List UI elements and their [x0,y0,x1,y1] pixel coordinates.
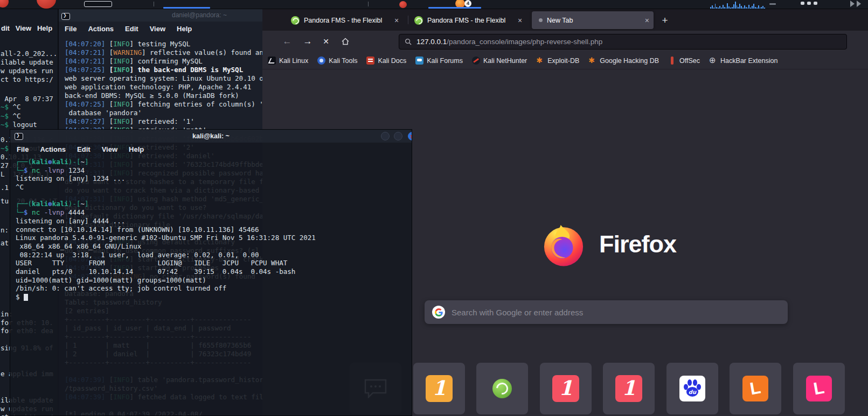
shortcut-10-129-196-4[interactable]: 1 10.129.196.4 [603,363,655,416]
foreground-terminal-window[interactable]: kali@kali: ~ FileActionsEditViewHelp ┌──… [10,129,412,416]
maximize-button[interactable] [394,132,402,140]
bookmark-offsec[interactable]: OffSec [668,57,700,65]
pandora-favicon [414,16,423,25]
panel-app-icon-red-small[interactable] [399,1,407,8]
tab-pandora-fms-2[interactable]: Pandora FMS - the Flexibl × [409,11,531,29]
google-icon [432,306,445,319]
tab-label: Pandora FMS - the Flexibl [304,17,389,24]
pandora-fms-icon [492,379,512,398]
search-icon [405,38,412,45]
background-terminal-titlebar[interactable]: daniel@pandora: ~ [59,9,262,22]
panel-indicator-dot [801,2,804,5]
tab-close-icon[interactable]: × [518,17,522,24]
shortcut-localhost[interactable]: L localhost [730,363,781,416]
terminal-line: [04:07:21] [WARNING] reflective value(s)… [65,48,262,57]
panel-separator [154,2,154,6]
tab-close-icon[interactable]: × [394,17,399,24]
kali-forums-icon [415,57,423,65]
menu-item-file[interactable]: File [17,145,29,153]
bookmark-exploit-db[interactable]: Exploit-DB [536,57,579,65]
terminal-line: listening on [any] 4444 ... [16,217,412,225]
menu-item-actions[interactable]: Actions [40,145,66,153]
foreground-terminal-output: ┌──(kali⊛kali)-[~]└─$ nc -lvnp 1234liste… [10,156,412,301]
left-window-menubar-fragment: dit View Help [1,24,52,32]
terminal-line: x86_64 x86_64 x86_64 GNU/Linux [16,242,412,251]
menu-item-file[interactable]: File [65,25,77,33]
bookmark-kali-tools[interactable]: Kali Tools [317,57,357,65]
terminal-line: ┌──(kali⊛kali)-[~] [16,200,412,208]
bookmark-label: Kali Tools [329,57,357,65]
search-input[interactable] [452,308,788,317]
new-tab-button[interactable]: + [658,14,671,27]
tab-new-tab[interactable]: New Tab × [532,11,654,29]
bookmark-label: Kali Forums [427,57,463,65]
menu-item-edit[interactable]: Edit [77,145,91,153]
background-terminal-title: daniel@pandora: ~ [172,11,227,19]
shortcut-link-zhihu[interactable]: L link.zhihu [793,363,845,416]
panel-indicator-dot [807,2,811,5]
bookmark-label: HackBar Extension [720,57,777,65]
bookmark-kali-docs[interactable]: Kali Docs [366,57,406,65]
bookmark-kali-linux[interactable]: Kali Linux [268,57,308,65]
text-fragment: w updates run [1,67,53,75]
bookmark-hackbar[interactable]: HackBar Extension [709,57,777,65]
bookmark-label: Google Hacking DB [600,57,659,65]
back-button[interactable]: ← [280,34,294,48]
kali-docs-icon [366,57,374,65]
firefox-wordmark: Firefox [599,230,676,258]
stop-button[interactable]: ✕ [319,34,333,48]
panel-terminal-icon[interactable] [84,1,112,7]
pandora-favicon [291,16,300,25]
shortcut-baidu[interactable]: du baidu [666,363,718,416]
menu-item-help[interactable]: Help [177,25,192,33]
firefox-logo-icon [540,221,587,268]
panel-app-icon-red-large[interactable] [37,0,56,9]
firefox-tab-count-badge: 4 [464,0,471,7]
shortcut-127-0-0-1[interactable]: 127.0.0.1 [476,363,528,416]
bookmark-label: Kali Linux [279,57,308,65]
svg-text:du: du [689,389,697,395]
tab-label: Pandora FMS - the Flexibl [427,17,512,24]
terminal-line: Linux pandora 5.4.0-91-generic #102-Ubun… [16,234,412,242]
terminal-app-icon [61,13,70,20]
terminal-line: daniel pts/0 10.10.14.14 07:42 39:15 0.0… [16,267,412,276]
top-panel[interactable]: 4 [0,0,868,9]
firefox-tab-bar: Pandora FMS - the Flexibl × Pandora FMS … [262,9,868,31]
background-terminal-menubar[interactable]: FileActionsEditViewHelp [59,22,262,36]
url-path: /pandora_console/images/php-reverse-shel… [447,38,602,46]
bookmark-kali-nethunter[interactable]: Kali NetHunter [472,57,527,65]
menu-item-edit[interactable]: Edit [125,25,138,33]
bookmark-label: OffSec [679,57,700,65]
url-bar[interactable]: 127.0.0.1/pandora_console/images/php-rev… [399,34,847,50]
panel-separator [368,2,369,6]
shortcut-10-129-5-219[interactable]: 1 10.129.5.219 [413,363,465,416]
kali-linux-icon [268,57,276,65]
search-bar[interactable] [425,300,788,324]
menu-item-actions[interactable]: Actions [88,25,114,33]
text-fragment: .1 [1,184,9,192]
default-favicon-dot [539,18,543,22]
tab-pandora-fms-1[interactable]: Pandora FMS - the Flexibl × [286,11,407,29]
home-button[interactable] [338,34,352,48]
terminal-line: /bin/sh: 0: can't access tty; job contro… [16,284,412,293]
active-task-indicator [428,7,481,9]
panel-app-icon-red[interactable] [0,0,9,8]
bookmark-kali-forums[interactable]: Kali Forums [415,57,463,65]
tab-close-icon[interactable]: × [645,17,649,24]
menu-item-view[interactable]: View [102,145,117,153]
text-fragment: all-2.0_202... [1,50,57,58]
shortcut-10-129-116[interactable]: 1 10.129.116.... [540,363,592,416]
foreground-terminal-titlebar[interactable]: kali@kali: ~ [10,130,412,143]
letter-l-icon: L [742,376,768,401]
bookmark-ghdb[interactable]: Google Hacking DB [588,57,659,65]
foreground-terminal-menubar[interactable]: FileActionsEditViewHelp [10,143,412,156]
numeral-1-icon: 1 [426,375,453,402]
forward-button[interactable]: → [301,34,315,48]
menu-item-view[interactable]: View [150,25,165,33]
text-fragment: Apr 8 07:37 [1,95,53,103]
firefox-logo-block: Firefox [540,221,676,268]
minimize-button[interactable] [381,132,390,140]
menu-item-help[interactable]: Help [129,145,144,153]
offsec-icon [668,57,676,65]
active-task-indicator [163,7,210,9]
